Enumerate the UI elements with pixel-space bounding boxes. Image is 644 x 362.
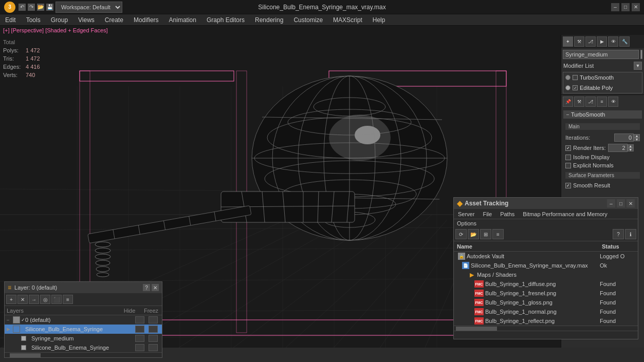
render-iters-up[interactable]: ▲: [628, 144, 634, 148]
save-btn[interactable]: 💾: [46, 4, 53, 11]
asset-row[interactable]: FMC Bulb_Syringe_1_fresnel.png Found: [454, 289, 638, 298]
asset-menu-file[interactable]: File: [479, 209, 496, 219]
close-btn[interactable]: ✕: [632, 3, 640, 11]
object-color-box[interactable]: [640, 50, 642, 59]
undo-btn[interactable]: ↶: [19, 4, 26, 11]
turbosmooth-header[interactable]: – TurboSmooth: [563, 110, 642, 119]
layer-row[interactable]: ▶ Silicone_Bulb_Enema_Syringe: [5, 325, 162, 334]
layer-row[interactable]: Syringe_medium: [5, 334, 162, 343]
menu-item-views[interactable]: Views: [73, 14, 100, 26]
layer-hide-1[interactable]: [135, 326, 144, 333]
layer-hide-2[interactable]: [135, 335, 144, 342]
menu-item-edit[interactable]: Edit: [0, 14, 21, 26]
redo-btn[interactable]: ↷: [28, 4, 35, 11]
menu-item-maxscript[interactable]: MAXScript: [328, 14, 367, 26]
layer-scrollbar-thumb[interactable]: [10, 353, 41, 357]
asset-help-btn[interactable]: ?: [613, 229, 624, 239]
render-iters-input[interactable]: [608, 144, 628, 152]
layer-add-selection-btn[interactable]: →: [29, 295, 39, 304]
layer-row[interactable]: – ✓ 0 (default): [5, 315, 162, 325]
layer-freeze-1[interactable]: [149, 326, 158, 333]
menu-item-modifiers[interactable]: Modifiers: [128, 14, 164, 26]
menu-item-customize[interactable]: Customize: [288, 14, 328, 26]
layer-select-obj-btn[interactable]: ◎: [40, 295, 50, 304]
menu-item-help[interactable]: Help: [367, 14, 391, 26]
asset-maximize-btn[interactable]: □: [617, 199, 625, 207]
asset-scrollbar-thumb[interactable]: [456, 327, 497, 331]
maximize-btn[interactable]: □: [621, 3, 630, 11]
layer-hide-3[interactable]: [135, 344, 144, 351]
layer-delete-btn[interactable]: ✕: [17, 295, 28, 304]
asset-list-btn[interactable]: ≡: [492, 229, 504, 239]
iterations-spinner: ▲ ▼: [634, 134, 640, 141]
workspace-selector[interactable]: Workspace: DefaultWorkspace: Default: [56, 2, 122, 13]
asset-menu-options[interactable]: Options: [457, 218, 476, 228]
asset-menu-server[interactable]: Server: [454, 209, 479, 219]
asset-status-6: Found: [600, 309, 636, 315]
render-iters-down[interactable]: ▼: [628, 148, 634, 151]
layer-freeze-0[interactable]: [149, 316, 158, 323]
asset-refresh-btn[interactable]: ⟳: [455, 229, 467, 239]
menu-item-tools[interactable]: Tools: [21, 14, 46, 26]
iterations-up[interactable]: ▲: [634, 134, 640, 138]
asset-menu-paths[interactable]: Paths: [496, 209, 519, 219]
layer-freeze-3[interactable]: [149, 344, 158, 351]
asset-row[interactable]: FMC Bulb_Syringe_1_reflect.png Found: [454, 316, 638, 326]
layer-settings-btn[interactable]: ≡: [63, 295, 73, 304]
pin-modifier-btn[interactable]: 📌: [563, 97, 573, 107]
layer-hide-0[interactable]: [135, 316, 144, 323]
tab-modify[interactable]: ⚒: [574, 36, 584, 47]
tab-hierarchy[interactable]: ⎇: [585, 36, 596, 47]
explicit-normals-checkbox[interactable]: [565, 163, 571, 168]
total-label: Total: [3, 38, 34, 46]
iterations-down[interactable]: ▼: [634, 138, 640, 141]
asset-info-btn[interactable]: ℹ: [625, 229, 636, 239]
svg-point-72: [95, 254, 111, 259]
asset-row[interactable]: ▶ Maps / Shaders: [454, 270, 638, 279]
modifier-cfg-btn[interactable]: ⎇: [585, 97, 596, 107]
layer-highlight-btn[interactable]: ⬛: [51, 295, 62, 304]
asset-open-btn[interactable]: 📂: [468, 229, 479, 239]
open-btn[interactable]: 📂: [37, 4, 44, 11]
asset-scrollbar[interactable]: [454, 326, 638, 331]
menu-item-animation[interactable]: Animation: [164, 14, 201, 26]
modifier-list-dropdown[interactable]: ▼: [634, 62, 642, 70]
layer-panel-help[interactable]: ?: [143, 284, 150, 291]
modifier-editpoly[interactable]: ✓ Editable Poly: [563, 83, 642, 93]
iterations-input[interactable]: [614, 134, 634, 142]
modifier-display-btn[interactable]: 👁: [608, 97, 618, 107]
tab-utilities[interactable]: 🔧: [619, 36, 630, 47]
tab-create[interactable]: ✦: [563, 36, 573, 47]
layer-freeze-2[interactable]: [149, 335, 158, 342]
asset-row[interactable]: 📄 Silicone_Bulb_Enema_Syringe_max_vray.m…: [454, 261, 638, 270]
asset-row[interactable]: FMC Bulb_Syringe_1_normal.png Found: [454, 307, 638, 316]
asset-menu-bitmap[interactable]: Bitmap Performance and Memory: [519, 209, 611, 219]
modifier-tools-btn[interactable]: ⚒: [574, 97, 584, 107]
menu-item-rendering[interactable]: Rendering: [250, 14, 288, 26]
menu-item-group[interactable]: Group: [46, 14, 73, 26]
mod-checkbox-turbosmooth[interactable]: [573, 75, 578, 80]
layer-row[interactable]: Silicone_Bulb_Enema_Syringe: [5, 343, 162, 352]
isoline-checkbox[interactable]: [565, 155, 571, 160]
asset-row[interactable]: 🔒 Autodesk Vault Logged O: [454, 252, 638, 261]
minimize-btn[interactable]: –: [611, 3, 619, 11]
modifier-turbosmooth[interactable]: TurboSmooth: [563, 72, 642, 83]
asset-minimize-btn[interactable]: –: [607, 199, 615, 207]
asset-row[interactable]: FMC Bulb_Syringe_1_diffuse.png Found: [454, 279, 638, 289]
tab-motion[interactable]: ▶: [597, 36, 607, 47]
render-iters-checkbox[interactable]: [565, 145, 571, 151]
mod-checkbox-editpoly[interactable]: ✓: [573, 85, 578, 90]
asset-close-btn[interactable]: ✕: [627, 199, 635, 207]
modifier-list-btn[interactable]: ≡: [597, 97, 607, 107]
menu-item-graph-editors[interactable]: Graph Editors: [201, 14, 250, 26]
layer-scrollbar-h[interactable]: [5, 352, 162, 357]
smooth-result-checkbox[interactable]: [565, 183, 571, 188]
asset-grid-btn[interactable]: ⊞: [480, 229, 491, 239]
layer-panel-close[interactable]: ✕: [152, 284, 159, 291]
layer-create-btn[interactable]: +: [6, 295, 16, 304]
object-name-input[interactable]: [563, 50, 639, 59]
menu-item-create[interactable]: Create: [100, 14, 128, 26]
tab-display[interactable]: 👁: [608, 36, 618, 47]
viewport-stats: Total Polys: 1 472 Tris: 1 472 Edges: 4 …: [3, 38, 40, 79]
asset-row[interactable]: FMC Bulb_Syringe_1_gloss.png Found: [454, 298, 638, 307]
